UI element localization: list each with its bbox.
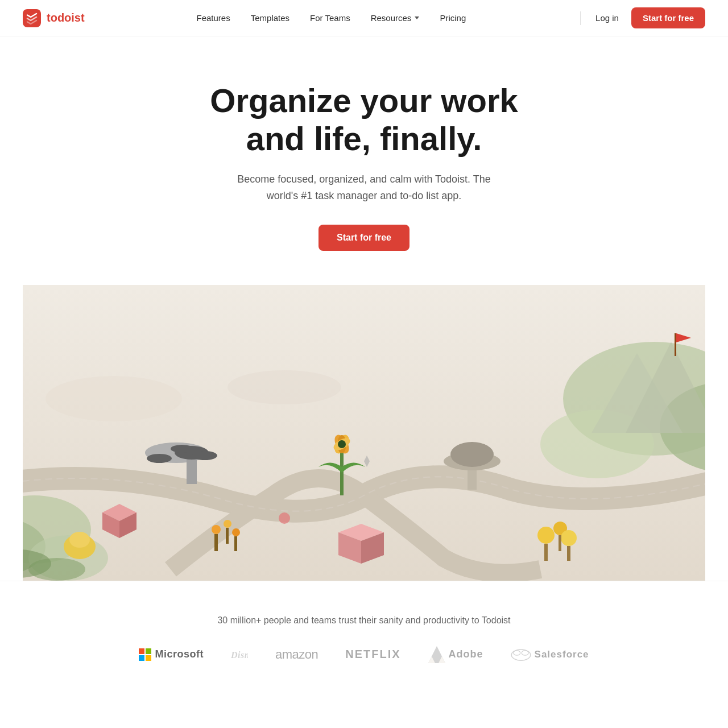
nav-divider [580, 11, 581, 25]
microsoft-label: Microsoft [155, 648, 204, 660]
svg-rect-0 [23, 9, 41, 27]
microsoft-logo: Microsoft [139, 648, 204, 661]
hero-section: Organize your work and life, finally. Be… [0, 36, 728, 581]
svg-point-51 [228, 370, 341, 404]
navbar: todoist Features Templates For Teams Res… [0, 0, 728, 36]
svg-point-8 [147, 454, 172, 463]
start-for-free-nav-button[interactable]: Start for free [631, 7, 705, 28]
svg-rect-27 [675, 333, 676, 356]
netflix-label: NETFLIX [345, 648, 400, 661]
trust-logos: Microsoft Disney amazon NETFLIX Adobe [23, 646, 705, 663]
svg-point-21 [338, 440, 346, 448]
svg-point-43 [224, 520, 231, 528]
svg-rect-46 [234, 536, 237, 551]
salesforce-icon [511, 648, 531, 661]
svg-point-10 [171, 445, 193, 453]
disney-logo: Disney [231, 648, 248, 661]
svg-point-58 [522, 651, 528, 655]
svg-point-49 [28, 558, 85, 581]
svg-point-45 [232, 528, 240, 536]
amazon-label: amazon [275, 647, 318, 662]
svg-point-34 [561, 530, 577, 546]
svg-rect-37 [567, 546, 570, 561]
login-button[interactable]: Log in [588, 9, 627, 27]
nav-pricing[interactable]: Pricing [432, 9, 474, 27]
svg-point-41 [212, 525, 221, 534]
hero-title: Organize your work and life, finally. [165, 82, 563, 158]
amazon-logo: amazon [275, 647, 318, 662]
svg-rect-36 [559, 535, 561, 551]
logo-text: todoist [47, 11, 85, 24]
svg-point-9 [192, 451, 217, 460]
isometric-map-svg [23, 285, 705, 581]
svg-point-50 [46, 376, 182, 421]
disney-icon: Disney [231, 648, 248, 661]
logo-link[interactable]: todoist [23, 9, 85, 27]
svg-point-32 [537, 527, 555, 544]
adobe-icon [428, 646, 445, 663]
svg-rect-42 [214, 534, 218, 551]
svg-point-31 [450, 442, 494, 467]
adobe-logo: Adobe [428, 646, 483, 663]
trust-section: 30 million+ people and teams trust their… [0, 581, 728, 697]
netflix-logo: NETFLIX [345, 648, 400, 661]
svg-text:Disney: Disney [231, 650, 248, 660]
hero-illustration [23, 285, 705, 581]
adobe-label: Adobe [449, 648, 483, 660]
nav-for-teams[interactable]: For Teams [302, 9, 358, 27]
salesforce-logo: Salesforce [511, 648, 589, 661]
nav-features[interactable]: Features [189, 9, 238, 27]
nav-right: Log in Start for free [578, 7, 705, 28]
svg-rect-44 [226, 528, 229, 544]
nav-links: Features Templates For Teams Resources P… [189, 9, 474, 27]
chevron-down-icon [415, 16, 419, 19]
nav-templates[interactable]: Templates [243, 9, 297, 27]
trust-text: 30 million+ people and teams trust their… [23, 615, 705, 626]
svg-point-12 [69, 532, 90, 548]
svg-rect-35 [544, 544, 548, 561]
svg-point-57 [513, 651, 520, 655]
salesforce-label: Salesforce [535, 649, 589, 660]
hero-subtitle: Become focused, organized, and calm with… [222, 171, 506, 204]
svg-point-47 [279, 512, 290, 524]
start-for-free-hero-button[interactable]: Start for free [318, 225, 410, 251]
microsoft-grid-icon [139, 648, 151, 661]
nav-resources[interactable]: Resources [363, 9, 428, 27]
todoist-logo-icon [23, 9, 41, 27]
